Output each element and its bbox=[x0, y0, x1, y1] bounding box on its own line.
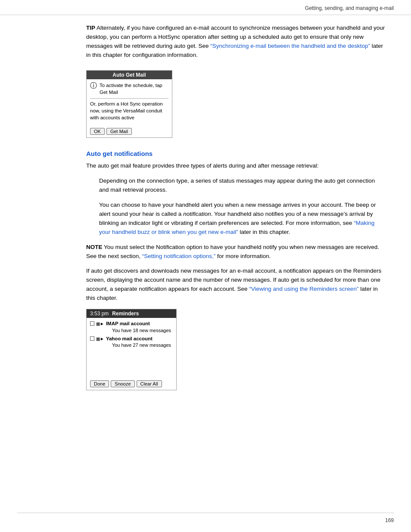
clear-all-button[interactable]: Clear All bbox=[137, 380, 162, 387]
para2-part3: later in this chapter. bbox=[238, 229, 290, 235]
auto-get-mail-dialog: Auto Get Mail ⓘ To activate the schedule… bbox=[86, 70, 172, 138]
done-button[interactable]: Done bbox=[90, 380, 109, 387]
dialog-divider bbox=[90, 98, 168, 99]
account1-msg: You have 18 new messages bbox=[112, 327, 171, 334]
page-number: 169 bbox=[385, 517, 394, 523]
dialog-row1-text: To activate the schedule, tap Get Mail bbox=[100, 82, 168, 96]
chapter-title: Getting, sending, and managing e-mail bbox=[305, 5, 394, 11]
note-text-after: for more information. bbox=[215, 253, 271, 259]
mail-icon-2: ▦► bbox=[96, 336, 104, 341]
note-block: NOTE You must select the Notification op… bbox=[86, 243, 385, 261]
reminders-body: ▦► IMAP mail account You have 18 new mes… bbox=[87, 318, 176, 379]
reminders-title-bar: 3:53 pm Reminders bbox=[87, 309, 176, 318]
reminders-spacer bbox=[90, 350, 173, 376]
reminder-text-2: Yahoo mail account You have 27 new messa… bbox=[106, 336, 171, 348]
footer-line bbox=[17, 513, 394, 513]
reminders-title: Reminders bbox=[112, 311, 139, 317]
note-label: NOTE bbox=[86, 244, 103, 250]
para2-italic: notification bbox=[183, 211, 211, 217]
indented-paragraph-1: Depending on the connection type, a seri… bbox=[99, 177, 385, 195]
main-content: TIP Alternately, if you have configured … bbox=[0, 15, 411, 420]
paragraph-1: The auto get mail feature provides three… bbox=[86, 162, 385, 171]
reminders-time: 3:53 pm bbox=[90, 311, 109, 317]
indented-paragraph-2: You can choose to have your handheld ale… bbox=[99, 201, 385, 237]
page-container: Getting, sending, and managing e-mail TI… bbox=[0, 0, 411, 532]
reminder-text-1: IMAP mail account You have 18 new messag… bbox=[106, 320, 171, 333]
dialog-title: Auto Get Mail bbox=[112, 72, 146, 78]
page-header: Getting, sending, and managing e-mail bbox=[0, 0, 411, 15]
get-mail-button[interactable]: Get Mail bbox=[106, 128, 132, 135]
dialog-row-2: Or, perform a Hot Sync operation now, us… bbox=[90, 100, 168, 121]
reminder-checkbox-2 bbox=[90, 336, 94, 341]
tip-block: TIP Alternately, if you have configured … bbox=[86, 24, 385, 60]
notification-link[interactable]: “Setting notification options,” bbox=[142, 253, 215, 259]
account1-name: IMAP mail account bbox=[106, 320, 171, 327]
tip-label: TIP bbox=[86, 25, 95, 31]
reminders-dialog: 3:53 pm Reminders ▦► IMAP mail account Y… bbox=[86, 309, 177, 390]
dialog-body: ⓘ To activate the schedule, tap Get Mail… bbox=[87, 79, 172, 126]
reminder-item-2: ▦► Yahoo mail account You have 27 new me… bbox=[90, 336, 173, 348]
section-heading: Auto get notifications bbox=[86, 150, 385, 157]
dialog-buttons: OK Get Mail bbox=[87, 126, 172, 137]
mail-icon-1: ▦► bbox=[96, 321, 104, 326]
account2-msg: You have 27 new messages bbox=[112, 342, 171, 348]
reminders-buttons: Done Snooze Clear All bbox=[87, 379, 176, 390]
account2-name: Yahoo mail account bbox=[106, 336, 171, 342]
sync-link[interactable]: “Synchronizing e-mail between the handhe… bbox=[210, 43, 370, 49]
info-icon: ⓘ bbox=[90, 82, 97, 89]
dialog-title-bar: Auto Get Mail bbox=[87, 71, 172, 79]
reminder-item-1: ▦► IMAP mail account You have 18 new mes… bbox=[90, 320, 173, 333]
reminder-checkbox-1 bbox=[90, 321, 94, 326]
dialog-row-1: ⓘ To activate the schedule, tap Get Mail bbox=[90, 82, 168, 96]
paragraph-3: If auto get discovers and downloads new … bbox=[86, 267, 385, 303]
dialog-row2-text: Or, perform a Hot Sync operation now, us… bbox=[90, 100, 168, 121]
snooze-button[interactable]: Snooze bbox=[111, 380, 134, 387]
ok-button[interactable]: OK bbox=[90, 128, 105, 135]
reminders-link[interactable]: “Viewing and using the Reminders screen” bbox=[249, 286, 358, 292]
